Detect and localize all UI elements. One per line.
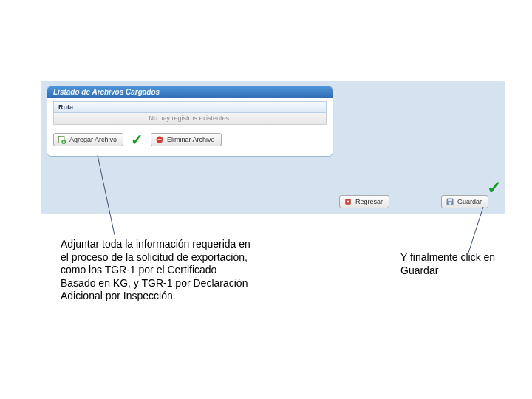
delete-file-button[interactable]: Eliminar Archivo bbox=[151, 133, 222, 146]
app-background: Listado de Archivos Cargados Ruta No hay… bbox=[41, 81, 505, 214]
empty-row-message: No hay registros existentes. bbox=[53, 113, 327, 125]
add-file-icon bbox=[58, 135, 66, 144]
save-icon bbox=[446, 197, 454, 206]
delete-file-label: Eliminar Archivo bbox=[167, 136, 215, 143]
panel-title: Listado de Archivos Cargados bbox=[47, 86, 332, 98]
panel-body: Ruta No hay registros existentes. Agrega… bbox=[47, 98, 332, 151]
svg-rect-3 bbox=[157, 139, 161, 140]
save-label: Guardar bbox=[457, 198, 482, 205]
delete-file-icon bbox=[155, 135, 164, 144]
save-button[interactable]: Guardar bbox=[441, 195, 488, 208]
column-header-ruta: Ruta bbox=[53, 101, 327, 113]
svg-rect-6 bbox=[448, 199, 452, 201]
svg-rect-7 bbox=[449, 202, 452, 205]
uploaded-files-panel: Listado de Archivos Cargados Ruta No hay… bbox=[47, 86, 333, 157]
annotation-right: Y finalmente click en Guardar bbox=[400, 251, 519, 277]
checkmark-icon: ✓ bbox=[131, 132, 143, 147]
back-button[interactable]: Regresar bbox=[339, 195, 389, 208]
form-footer-bar: Regresar Guardar bbox=[41, 195, 505, 208]
back-label: Regresar bbox=[355, 198, 383, 205]
add-file-label: Agregar Archivo bbox=[69, 136, 117, 143]
add-file-button[interactable]: Agregar Archivo bbox=[53, 133, 123, 146]
checkmark-icon: ✓ bbox=[487, 177, 502, 198]
file-buttons-row: Agregar Archivo ✓ Eliminar Archivo bbox=[53, 132, 327, 147]
annotation-left: Adjuntar toda la información requerida e… bbox=[61, 238, 253, 303]
back-icon bbox=[344, 197, 352, 206]
